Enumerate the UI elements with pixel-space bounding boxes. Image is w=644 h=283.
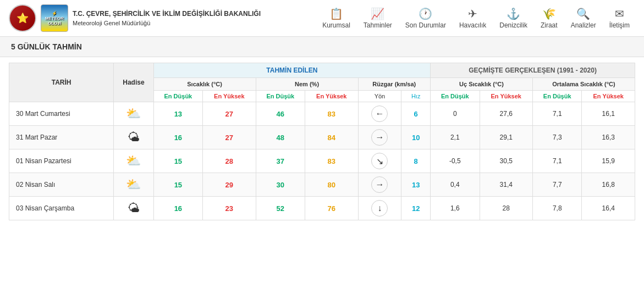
ort-en-yuksek-header: En Yüksek bbox=[582, 91, 635, 102]
weather-icon: 🌤 bbox=[128, 201, 140, 215]
table-row: 30 Mart Cumartesi ⛅ 13 27 46 83 ← 6 0 27… bbox=[9, 102, 635, 126]
nem-min: 52 bbox=[256, 197, 305, 220]
uc-max-cell: 30,5 bbox=[480, 149, 533, 173]
ort-max-cell: 15,9 bbox=[582, 149, 635, 173]
weather-icon-cell: 🌤 bbox=[114, 197, 153, 220]
ort-en-dusuk-header: En Düşük bbox=[533, 91, 582, 102]
uc-min-cell: 0 bbox=[431, 102, 480, 126]
hiz-cell: 8 bbox=[401, 149, 431, 173]
havacilik-icon: ✈ bbox=[468, 7, 477, 20]
uc-min-cell: 0,4 bbox=[431, 173, 480, 197]
weather-icon-cell: ⛅ bbox=[114, 149, 153, 173]
section-header-row: TARİH Hadise TAHMİN EDİLEN GEÇMİŞTE GERÇ… bbox=[9, 63, 635, 78]
weather-icon-cell: ⛅ bbox=[114, 102, 153, 126]
nav-iletisim[interactable]: ✉ İletişim bbox=[604, 5, 635, 31]
ziraat-icon: 🌾 bbox=[542, 7, 556, 20]
nem-en-dusuk-header: En Düşük bbox=[256, 91, 305, 102]
date-cell: 30 Mart Cumartesi bbox=[9, 102, 114, 126]
forecast-table: TARİH Hadise TAHMİN EDİLEN GEÇMİŞTE GERÇ… bbox=[9, 63, 635, 220]
nem-max: 83 bbox=[305, 149, 359, 173]
ort-min-cell: 7,1 bbox=[533, 149, 582, 173]
wind-arrow-icon: ← bbox=[371, 106, 388, 122]
analizler-icon: 🔍 bbox=[576, 7, 590, 20]
col-tarih-header: TARİH bbox=[9, 63, 114, 102]
sicaklik-max: 28 bbox=[203, 149, 256, 173]
nav-denizcilik[interactable]: ⚓ Denizcilik bbox=[494, 5, 533, 31]
table-row: 02 Nisan Salı ⛅ 15 29 30 80 → 13 0,4 31,… bbox=[9, 173, 635, 197]
tahminler-icon: 📈 bbox=[371, 7, 384, 20]
nem-max: 76 bbox=[305, 197, 359, 220]
main-nav: 📋 Kurumsal 📈 Tahminler 🕐 Son Durumlar ✈ … bbox=[317, 5, 635, 31]
ort-max-cell: 16,4 bbox=[582, 197, 635, 220]
sic-en-yuksek-header: En Yüksek bbox=[203, 91, 256, 102]
sicaklik-min: 15 bbox=[153, 149, 202, 173]
uc-en-yuksek-header: En Yüksek bbox=[480, 91, 533, 102]
ort-min-cell: 7,7 bbox=[533, 173, 582, 197]
tahmin-section-header: TAHMİN EDİLEN bbox=[153, 63, 430, 78]
nem-header: Nem (%) bbox=[256, 78, 358, 91]
sicaklik-min: 16 bbox=[153, 197, 202, 220]
nav-ziraat[interactable]: 🌾 Ziraat bbox=[535, 5, 563, 31]
table-row: 03 Nisan Çarşamba 🌤 16 23 52 76 ↓ 12 1,6… bbox=[9, 197, 635, 220]
nav-tahminler[interactable]: 📈 Tahminler bbox=[358, 5, 398, 31]
hiz-cell: 6 bbox=[401, 102, 431, 126]
sicaklik-max: 27 bbox=[203, 102, 256, 126]
uc-max-cell: 31,4 bbox=[480, 173, 533, 197]
uc-min-cell: 1,6 bbox=[431, 197, 480, 220]
weather-icon-cell: ⛅ bbox=[114, 173, 153, 197]
wind-arrow-icon: ↓ bbox=[371, 200, 388, 217]
nem-min: 48 bbox=[256, 126, 305, 149]
date-cell: 31 Mart Pazar bbox=[9, 126, 114, 149]
date-cell: 01 Nisan Pazartesi bbox=[9, 149, 114, 173]
uc-min-cell: 2,1 bbox=[431, 126, 480, 149]
nem-min: 37 bbox=[256, 149, 305, 173]
yon-cell: ← bbox=[358, 102, 401, 126]
yon-cell: → bbox=[358, 126, 401, 149]
nav-son-durumlar[interactable]: 🕐 Son Durumlar bbox=[400, 5, 452, 31]
sicaklik-max: 23 bbox=[203, 197, 256, 220]
nav-havacilik[interactable]: ✈ Havacılık bbox=[454, 5, 492, 31]
uc-en-dusuk-header: En Düşük bbox=[431, 91, 480, 102]
ort-sicaklik-header: Ortalama Sıcaklık (°C) bbox=[533, 78, 635, 91]
nem-min: 46 bbox=[256, 102, 305, 126]
uc-max-cell: 29,1 bbox=[480, 126, 533, 149]
yon-header: Yön bbox=[358, 91, 401, 102]
header: ⭐ ⚡METEOROLOJİ T.C. ÇEVRE, ŞEHİRCİLİK VE… bbox=[0, 0, 644, 37]
nav-kurumsal[interactable]: 📋 Kurumsal bbox=[317, 5, 356, 31]
forecast-table-container: TARİH Hadise TAHMİN EDİLEN GEÇMİŞTE GERÇ… bbox=[0, 57, 644, 226]
table-row: 01 Nisan Pazartesi ⛅ 15 28 37 83 ↘ 8 -0,… bbox=[9, 149, 635, 173]
hiz-cell: 13 bbox=[401, 173, 431, 197]
sic-en-dusuk-header: En Düşük bbox=[153, 91, 202, 102]
sicaklik-min: 13 bbox=[153, 102, 202, 126]
yon-cell: → bbox=[358, 173, 401, 197]
ort-max-cell: 16,8 bbox=[582, 173, 635, 197]
nem-max: 84 bbox=[305, 126, 359, 149]
nem-min: 30 bbox=[256, 173, 305, 197]
gecmis-section-header: GEÇMİŞTE GERÇEKLEŞEN (1991 - 2020) bbox=[431, 63, 635, 78]
ruzgar-header: Rüzgar (km/sa) bbox=[358, 78, 431, 91]
date-cell: 02 Nisan Salı bbox=[9, 173, 114, 197]
kurumsal-icon: 📋 bbox=[329, 7, 343, 20]
tc-logo: ⭐ bbox=[9, 4, 36, 32]
nem-max: 83 bbox=[305, 102, 359, 126]
ort-max-cell: 16,1 bbox=[582, 102, 635, 126]
nav-analizler[interactable]: 🔍 Analizler bbox=[565, 5, 602, 31]
sicaklik-min: 16 bbox=[153, 126, 202, 149]
denizcilik-icon: ⚓ bbox=[507, 7, 520, 20]
uc-min-cell: -0,5 bbox=[431, 149, 480, 173]
ort-min-cell: 7,1 bbox=[533, 102, 582, 126]
hiz-cell: 12 bbox=[401, 197, 431, 220]
uc-max-cell: 28 bbox=[480, 197, 533, 220]
sicaklik-max: 27 bbox=[203, 126, 256, 149]
yon-cell: ↘ bbox=[358, 149, 401, 173]
sicaklik-max: 29 bbox=[203, 173, 256, 197]
hiz-header: Hız bbox=[401, 91, 431, 102]
weather-icon: ⛅ bbox=[126, 177, 141, 191]
nem-max: 80 bbox=[305, 173, 359, 197]
weather-icon: ⛅ bbox=[126, 154, 141, 168]
uc-sicaklik-header: Uç Sıcaklık (°C) bbox=[431, 78, 533, 91]
yon-cell: ↓ bbox=[358, 197, 401, 220]
header-title: T.C. ÇEVRE, ŞEHİRCİLİK VE İKLİM DEĞİŞİKL… bbox=[73, 9, 261, 28]
wind-arrow-icon: → bbox=[371, 176, 388, 193]
sicaklik-header: Sıcaklık (°C) bbox=[153, 78, 256, 91]
